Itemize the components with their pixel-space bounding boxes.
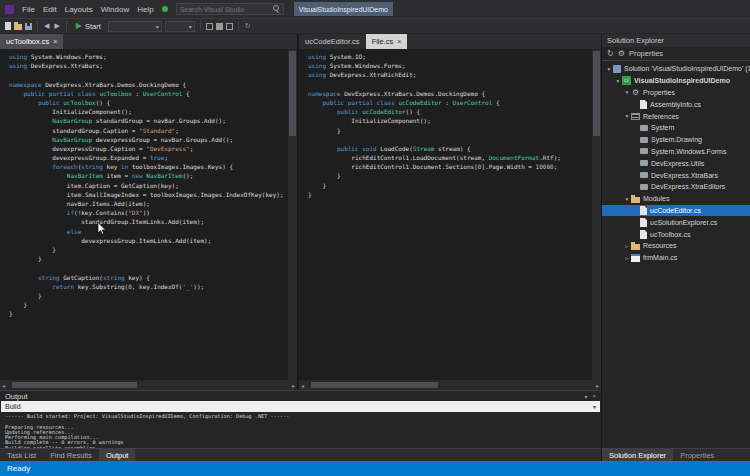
code-line: namespace DevExpress.XtraBars.Demos.Dock… [308,89,592,98]
gear-icon[interactable]: ⚙ [618,50,625,58]
menu-item-edit[interactable]: Edit [39,0,61,18]
doc-tab-file-cs[interactable]: File.cs× [366,34,408,49]
scroll-left-icon[interactable]: ◂ [2,382,5,389]
tree-item-system-windows-forms[interactable]: System.Windows.Forms [602,146,750,158]
undo-icon[interactable]: ↻ [244,22,252,30]
refresh-icon[interactable]: ↻ [607,50,614,58]
tree-item-system-drawing[interactable]: System.Drawing [602,134,750,146]
tree-item-resources[interactable]: ▹Resources [602,240,750,252]
tree-item-label: ucToolbox.cs [650,231,690,238]
search-input[interactable] [180,6,273,13]
code-area-middle[interactable]: using System.IO;using System.Windows.For… [299,49,592,380]
tree-item-uctoolbox-cs[interactable]: ucToolbox.cs [602,228,750,240]
scroll-left-icon[interactable]: ◂ [301,382,304,389]
menu-item-file[interactable]: File [18,0,39,18]
chevron-down-icon[interactable]: ▾ [584,393,587,400]
scroll-right-icon[interactable]: ▸ [596,382,599,389]
output-source-dropdown[interactable]: Build ▾ [1,401,600,412]
code-area-left[interactable]: using System.Windows.Forms;using DevExpr… [0,49,288,380]
menu-item-help[interactable]: Help [133,0,157,18]
tree-item-devexpress-xtrabars[interactable]: DevExpress.XtraBars [602,169,750,181]
expander-icon[interactable]: ▾ [623,113,631,119]
toolbar-separator [66,21,67,31]
doc-tab-uctoolbox-cs[interactable]: ucToolbox.cs× [0,34,63,49]
bottom-tab-task-list[interactable]: Task List [0,449,43,461]
tree-item-frmmain-cs[interactable]: ▹frmMain.cs [602,252,750,264]
close-icon[interactable]: × [592,393,596,400]
vertical-scrollbar[interactable] [288,49,297,380]
tree-item-system[interactable]: System [602,122,750,134]
code-line: devexpressGroup.Caption = "DevExpress"; [9,144,288,153]
doc-tab-uccodeeditor-cs[interactable]: ucCodeEditor.cs [299,34,366,49]
bottom-tabs: Task ListFind ResultsOutput [0,448,601,461]
expander-icon[interactable]: ▾ [614,78,622,84]
tree-item-devexpress-utils[interactable]: DevExpress.Utils [602,157,750,169]
tree-item-label: frmMain.cs [643,254,677,261]
scrollbar-thumb[interactable] [593,51,600,136]
code-line: else [9,227,288,236]
project-icon: C# [622,76,631,85]
cs-icon [640,218,647,227]
close-icon[interactable]: × [397,38,401,45]
save-icon[interactable] [25,23,32,30]
scrollbar-thumb[interactable] [311,382,438,388]
tree-item-devexpress-xtraeditors[interactable]: DevExpress.XtraEditors [602,181,750,193]
start-button[interactable]: ▶ Start [72,19,105,33]
bottom-tab-output[interactable]: Output [99,449,136,461]
tree-item-ucsolutionexplorer-cs[interactable]: ucSolutionExplorer.cs [602,216,750,228]
tree-item-modules[interactable]: ▾Modules [602,193,750,205]
menu-item-window[interactable]: Window [97,0,133,18]
code-line: standardGroup.Caption = "Standard"; [9,126,288,135]
scrollbar-thumb[interactable] [289,51,296,136]
horizontal-scrollbar[interactable]: ◂ ▸ [299,380,601,390]
code-line: public void LoadCode(Stream stream) { [308,144,592,153]
toolbar-tool-icon[interactable] [216,23,223,30]
properties-button[interactable]: Properties [629,49,663,58]
expander-icon[interactable]: ▹ [623,243,631,249]
platform-dropdown[interactable]: ▾ [165,21,195,32]
tree-item-solution-visualstudioinspireduidemo-1-project[interactable]: ▾Solution 'VisualStudioInspiredUIDemo' (… [602,63,750,75]
tree-item-assemblyinfo-cs[interactable]: AssemblyInfo.cs [602,98,750,110]
horizontal-scrollbar[interactable]: ◂ ▸ [0,380,297,390]
code-line [9,263,288,272]
configuration-dropdown[interactable]: ▾ [108,21,162,32]
output-source-value: Build [5,403,21,410]
toolbar-tool-icon[interactable] [206,23,213,30]
expander-icon[interactable]: ▹ [623,255,631,261]
assembly-icon [640,160,648,166]
code-line: NavBarItem item = new NavBarItem(); [9,171,288,180]
vertical-scrollbar[interactable] [592,49,601,380]
search-box[interactable] [176,3,284,15]
code-line: using DevExpress.XtraRichEdit; [308,70,592,79]
open-folder-icon[interactable] [14,24,22,30]
bottom-tab-find-results[interactable]: Find Results [43,449,99,461]
toolbar-tool-icon[interactable] [226,23,233,30]
expander-icon[interactable]: ▾ [605,66,613,72]
code-line [9,70,288,79]
code-line: using System.Windows.Forms; [308,61,592,70]
tree-item-uccodeeditor-cs[interactable]: ucCodeEditor.cs [602,205,750,217]
tree-item-properties[interactable]: ▾⚙Properties [602,87,750,99]
panel-tab-properties[interactable]: Properties [673,449,721,461]
chevron-down-icon: ▾ [156,23,159,30]
tree-item-references[interactable]: ▾References [602,110,750,122]
code-line: public ucCodeEditor() { [308,107,592,116]
main-content: ucToolbox.cs× using System.Windows.Forms… [0,34,750,461]
scrollbar-thumb[interactable] [12,382,137,388]
navigate-back-icon[interactable]: ◀ [43,22,50,30]
editors-row: ucToolbox.cs× using System.Windows.Forms… [0,34,601,390]
scroll-right-icon[interactable]: ▸ [292,382,295,389]
start-button-label: Start [85,22,101,31]
search-icon[interactable] [273,5,280,13]
expander-icon[interactable]: ▾ [623,196,631,202]
visual-studio-window: FileEditLayoutsWindowHelp VisualStudioIn… [0,0,750,476]
expander-icon[interactable]: ▾ [623,89,631,95]
new-file-icon[interactable] [5,22,11,30]
status-dot-icon [162,6,168,12]
menu-item-layouts[interactable]: Layouts [61,0,97,18]
panel-tab-solution-explorer[interactable]: Solution Explorer [602,449,673,461]
navigate-forward-icon[interactable]: ▶ [53,22,60,30]
tree-item-visualstudioinspireduidemo[interactable]: ▾C#VisualStudioInspiredUIDemo [602,75,750,87]
close-icon[interactable]: × [53,38,57,45]
output-text[interactable]: ------ Build started: Project: VisualStu… [0,412,601,448]
